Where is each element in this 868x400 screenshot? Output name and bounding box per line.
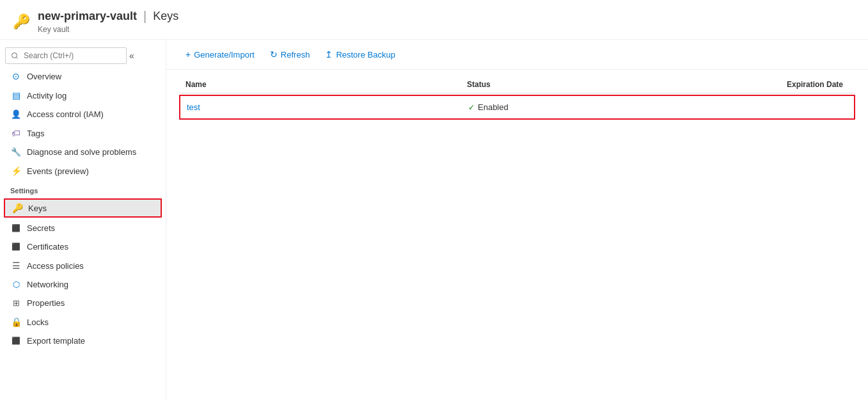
sidebar-item-overview[interactable]: ⊙ Overview (0, 67, 166, 86)
access-policies-icon: ☰ (10, 260, 22, 271)
sidebar-item-access-control[interactable]: 👤 Access control (IAM) (0, 105, 166, 124)
restore-icon: ↥ (325, 49, 333, 60)
sidebar-item-certificates[interactable]: ⬛ Certificates (0, 237, 166, 256)
sidebar: « ⊙ Overview ▤ Activity log 👤 Access con… (0, 40, 166, 400)
restore-backup-button[interactable]: ↥ Restore Backup (319, 46, 402, 63)
sidebar-item-keys[interactable]: 🔑 Keys (4, 198, 162, 218)
events-icon: ⚡ (10, 166, 22, 176)
col-status-header: Status (467, 80, 787, 89)
properties-icon: ⊞ (10, 298, 22, 308)
header-separator: | (143, 9, 146, 24)
sidebar-item-label: Secrets (27, 223, 158, 233)
restore-backup-label: Restore Backup (336, 50, 395, 60)
refresh-icon: ↻ (270, 49, 278, 60)
sidebar-item-label: Certificates (27, 242, 158, 252)
overview-icon: ⊙ (10, 71, 22, 81)
page-header: 🔑 new-primary-vault | Keys Key vault (0, 0, 868, 40)
locks-icon: 🔒 (10, 317, 22, 327)
sidebar-item-label: Events (preview) (27, 166, 158, 176)
col-name-header: Name (185, 80, 467, 89)
main-content: + Generate/Import ↻ Refresh ↥ Restore Ba… (166, 40, 868, 400)
sidebar-item-events[interactable]: ⚡ Events (preview) (0, 161, 166, 180)
sidebar-item-tags[interactable]: 🏷 Tags (0, 124, 166, 143)
keys-table: Name Status Expiration Date test ✓ Enabl… (166, 70, 868, 126)
iam-icon: 👤 (10, 109, 22, 119)
sidebar-item-secrets[interactable]: ⬛ Secrets (0, 219, 166, 237)
row-key-status: ✓ Enabled (468, 102, 788, 112)
secrets-icon: ⬛ (10, 224, 22, 232)
settings-section-header: Settings (0, 180, 166, 197)
sidebar-item-label: Networking (27, 280, 158, 289)
activity-log-icon: ▤ (10, 90, 22, 100)
search-input[interactable] (5, 47, 127, 64)
generate-import-label: Generate/Import (194, 50, 255, 60)
col-expiry-header: Expiration Date (787, 80, 849, 89)
refresh-button[interactable]: ↻ Refresh (264, 46, 317, 63)
certificates-icon: ⬛ (10, 243, 22, 251)
sidebar-item-activity-log[interactable]: ▤ Activity log (0, 86, 166, 105)
table-header: Name Status Expiration Date (179, 76, 855, 93)
status-label: Enabled (478, 102, 509, 112)
refresh-label: Refresh (281, 50, 310, 60)
sidebar-item-label: Diagnose and solve problems (27, 147, 158, 157)
sidebar-item-locks[interactable]: 🔒 Locks (0, 312, 166, 332)
toolbar: + Generate/Import ↻ Refresh ↥ Restore Ba… (166, 40, 868, 70)
resource-subtitle: Key vault (38, 25, 178, 34)
vault-icon: 🔑 (13, 13, 30, 30)
generate-import-icon: + (185, 49, 191, 60)
sidebar-item-diagnose[interactable]: 🔧 Diagnose and solve problems (0, 143, 166, 161)
page-title: Keys (153, 10, 178, 23)
sidebar-collapse-button[interactable]: « (127, 48, 137, 63)
export-icon: ⬛ (10, 337, 22, 345)
sidebar-item-properties[interactable]: ⊞ Properties (0, 294, 166, 312)
sidebar-item-export-template[interactable]: ⬛ Export template (0, 332, 166, 350)
networking-icon: ⬡ (10, 280, 22, 289)
diagnose-icon: 🔧 (10, 147, 22, 157)
sidebar-item-networking[interactable]: ⬡ Networking (0, 275, 166, 294)
sidebar-item-label: Export template (27, 336, 158, 346)
sidebar-item-label: Locks (27, 317, 158, 327)
table-row-highlighted: test ✓ Enabled (179, 95, 855, 120)
keys-icon: 🔑 (12, 203, 23, 213)
sidebar-item-label: Overview (27, 72, 158, 81)
table-row[interactable]: test ✓ Enabled (180, 96, 854, 118)
row-key-name: test (187, 102, 468, 112)
sidebar-item-label: Access policies (27, 261, 158, 271)
generate-import-button[interactable]: + Generate/Import (179, 46, 261, 63)
sidebar-item-label: Tags (27, 129, 158, 138)
sidebar-item-label: Properties (27, 298, 158, 308)
sidebar-item-access-policies[interactable]: ☰ Access policies (0, 256, 166, 275)
tags-icon: 🏷 (10, 128, 22, 138)
sidebar-search-row: « (0, 45, 166, 67)
sidebar-item-label: Keys (28, 204, 154, 213)
sidebar-item-label: Activity log (27, 91, 158, 100)
resource-name: new-primary-vault (38, 10, 137, 23)
sidebar-item-label: Access control (IAM) (27, 109, 158, 119)
status-check-icon: ✓ (468, 103, 475, 112)
